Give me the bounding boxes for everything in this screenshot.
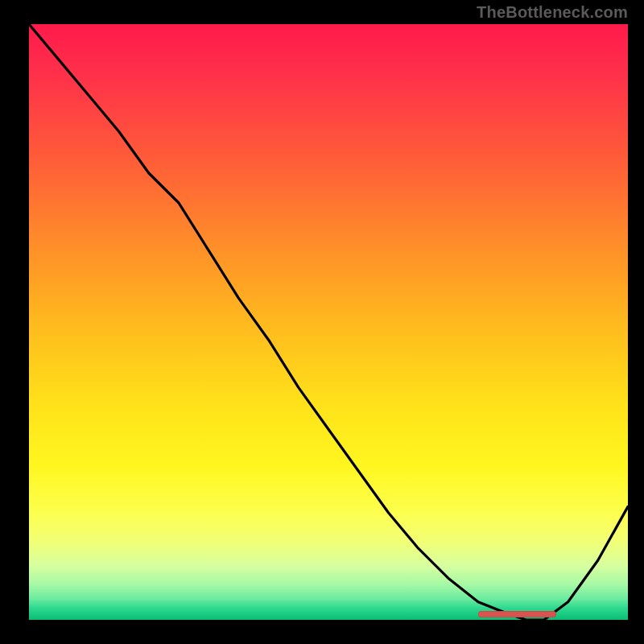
watermark-text: TheBottleneck.com [477,3,628,22]
plot-area [29,24,628,620]
optimal-range-marker [478,611,556,617]
chart-root: TheBottleneck.com [0,0,644,644]
bottleneck-curve [29,24,628,620]
axis-y-spine [24,24,29,624]
axis-x-spine [24,620,632,625]
